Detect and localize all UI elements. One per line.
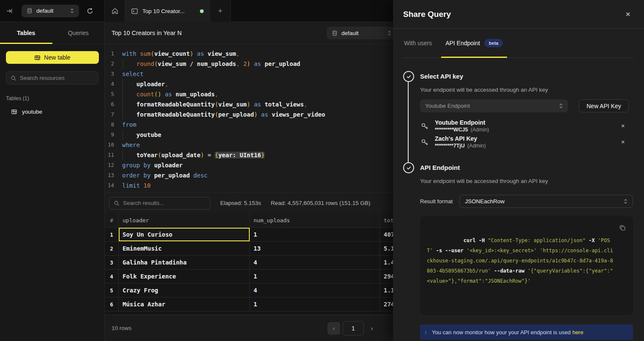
- new-api-key-button[interactable]: New API Key: [579, 99, 629, 112]
- step-check-icon: [403, 162, 414, 173]
- key-icon: [420, 122, 430, 131]
- sql-editor[interactable]: 1with sum(view_count) as view_sum,2 roun…: [105, 44, 393, 192]
- banner-text: You can now monitor how your your API en…: [432, 329, 583, 336]
- home-button[interactable]: [105, 0, 125, 22]
- query-header: Top 10 Creators in Year N default: [105, 22, 393, 44]
- search-icon: [11, 75, 16, 81]
- search-results-input[interactable]: [123, 200, 206, 206]
- pagination: ‹ 1 ›: [327, 321, 377, 336]
- current-page-button[interactable]: 1: [343, 321, 364, 336]
- code-tokens: youtube: [122, 130, 161, 140]
- cell-uploader[interactable]: Soy Un Curioso: [119, 228, 250, 241]
- remove-key-icon[interactable]: ✕: [618, 137, 628, 147]
- api-key-row: Youtube Endpoint*********WCJ5(Admin)✕: [420, 119, 633, 133]
- column-header: uploader: [119, 213, 250, 227]
- line-number: 2: [105, 59, 114, 69]
- step-title: API Endpoint: [420, 162, 633, 173]
- tab-queries-label: Queries: [68, 30, 89, 36]
- cell-total-views: 407: [380, 228, 393, 241]
- sidebar-tabs: Tables Queries: [0, 22, 104, 44]
- tab-tables-label: Tables: [17, 30, 35, 36]
- share-panel-body: Select API key Your endpoint will be acc…: [393, 58, 644, 341]
- line-number: 13: [105, 170, 114, 180]
- share-panel-header: Share Query ✕: [393, 0, 644, 29]
- share-query-panel: Share Query ✕ With users API Endpoint be…: [393, 0, 644, 341]
- code-line: 9 youtube: [105, 130, 393, 140]
- close-panel-icon[interactable]: ✕: [622, 8, 634, 20]
- code-tokens: with sum(view_count) as view_sum,: [122, 49, 240, 59]
- banner-here-link[interactable]: here: [572, 329, 583, 336]
- next-page-button[interactable]: ›: [366, 322, 377, 335]
- tab-api-endpoint[interactable]: API Endpoint beta: [445, 29, 504, 57]
- query-tab-label: Top 10 Creator...: [142, 8, 196, 14]
- chevron-updown-icon: [70, 8, 74, 14]
- share-panel-title: Share Query: [403, 10, 622, 19]
- sidebar: Tables Queries New table Tables (1) yout…: [0, 22, 105, 341]
- line-number: 4: [105, 79, 114, 89]
- table-row[interactable]: 6Música Azhar1274: [105, 297, 393, 311]
- tables-section-label: Tables (1): [6, 95, 98, 101]
- api-key-select[interactable]: Youtube Endpoint: [420, 99, 568, 112]
- cell-uploader[interactable]: EminemMusic: [119, 242, 250, 255]
- api-key-role: (Admin): [471, 127, 489, 133]
- api-key-name: Zach's API Key: [435, 135, 613, 142]
- code-line: 5 count() as num_uploads,: [105, 89, 393, 99]
- database-selector[interactable]: default: [22, 5, 79, 17]
- line-number: 3: [105, 69, 114, 79]
- tab-queries[interactable]: Queries: [52, 22, 105, 44]
- row-number: 6: [105, 297, 119, 311]
- cell-num-uploads: 1: [250, 297, 380, 311]
- code-line: 7 formatReadableQuantity(per_upload) as …: [105, 109, 393, 120]
- new-tab-button[interactable]: +: [210, 0, 231, 22]
- rows-read-stat: Read: 4,557,605,031 rows (151.15 GB): [271, 200, 371, 206]
- remove-key-icon[interactable]: ✕: [618, 121, 628, 131]
- line-number: 5: [105, 89, 114, 99]
- cell-uploader[interactable]: Crazy Frog: [119, 284, 250, 297]
- editor-database-selector[interactable]: default: [327, 27, 393, 39]
- step-content: Select API key Your endpoint will be acc…: [420, 71, 633, 149]
- api-key-masked: *********7TjU: [435, 143, 465, 149]
- tab-with-users[interactable]: With users: [403, 29, 433, 57]
- search-resources-input[interactable]: [20, 75, 94, 81]
- cell-num-uploads: 4: [250, 284, 380, 297]
- tab-tables[interactable]: Tables: [0, 22, 52, 44]
- code-tokens: formatReadableQuantity(per_upload) as vi…: [122, 109, 325, 120]
- new-table-label: New table: [44, 54, 70, 61]
- table-grid-icon: [34, 55, 41, 61]
- column-header: num_uploads: [250, 213, 380, 227]
- cell-uploader[interactable]: Galinha Pintadinha: [119, 256, 250, 269]
- cell-uploader[interactable]: Folk Experience: [119, 270, 250, 283]
- query-tab[interactable]: Top 10 Creator...: [125, 0, 210, 22]
- table-row[interactable]: 5Crazy Frog41.1: [105, 284, 393, 297]
- table-row[interactable]: 1Soy Un Curioso1407: [105, 228, 393, 242]
- copy-icon[interactable]: [618, 223, 627, 232]
- prev-page-button[interactable]: ‹: [327, 322, 340, 335]
- result-format-value: JSONEachRow: [465, 198, 624, 205]
- code-tokens: toYear(upload_date) = {year: UInt16}: [122, 150, 265, 160]
- cell-uploader[interactable]: Música Azhar: [119, 297, 250, 311]
- chevron-updown-icon: [624, 199, 628, 204]
- result-format-select[interactable]: JSONEachRow: [459, 195, 633, 208]
- resource-search: [6, 71, 98, 85]
- table-row[interactable]: 4Folk Experience1294: [105, 270, 393, 284]
- cell-total-views: 274: [380, 297, 393, 311]
- table-row[interactable]: 2EminemMusic135.1: [105, 242, 393, 256]
- elapsed-time: Elapsed: 5.153s: [220, 200, 261, 206]
- cell-num-uploads: 13: [250, 242, 380, 255]
- new-table-button[interactable]: New table: [6, 51, 99, 64]
- tab-with-users-label: With users: [404, 40, 432, 46]
- database-icon: [27, 8, 33, 14]
- code-line: 8from: [105, 120, 393, 130]
- plus-icon: +: [218, 6, 222, 16]
- results-toolbar: Elapsed: 5.153s Read: 4,557,605,031 rows…: [105, 192, 393, 213]
- table-row[interactable]: 3Galinha Pintadinha41.4: [105, 256, 393, 270]
- editor-database-value: default: [341, 30, 384, 36]
- refresh-icon[interactable]: [82, 0, 98, 22]
- results-search: [109, 197, 210, 210]
- collapse-sidebar-icon[interactable]: [0, 0, 19, 22]
- sidebar-item-table[interactable]: youtube: [0, 106, 104, 117]
- row-number: 1: [105, 228, 119, 241]
- table-list: youtube: [0, 106, 104, 117]
- line-number: 7: [105, 109, 114, 120]
- line-number: 8: [105, 120, 114, 130]
